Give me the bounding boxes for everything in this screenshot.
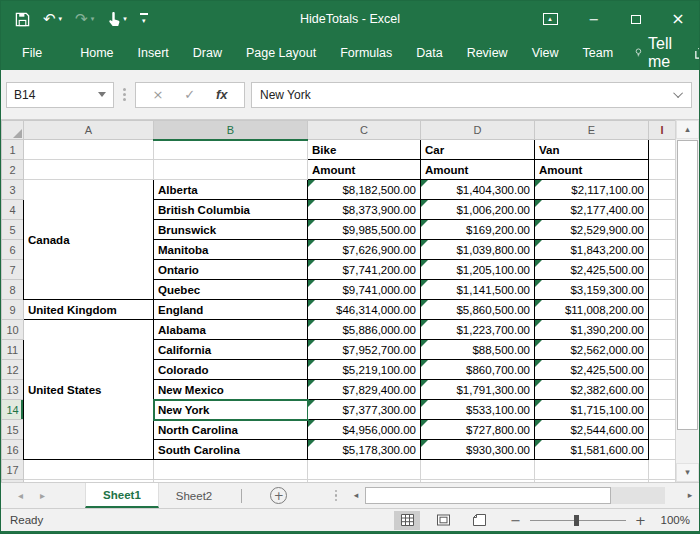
region-cell[interactable]: British Columbia — [154, 200, 308, 220]
amount-cell[interactable]: $2,529,900.00 — [535, 220, 649, 240]
confirm-entry-button[interactable]: ✓ — [184, 88, 195, 101]
vertical-scrollbar-track[interactable] — [676, 430, 699, 463]
amount-cell[interactable]: $1,205,100.00 — [421, 260, 535, 280]
cell-c17[interactable] — [308, 460, 421, 480]
row-header[interactable]: 16 — [2, 440, 24, 460]
cell-i[interactable] — [649, 180, 676, 200]
cell-i[interactable] — [649, 360, 676, 380]
region-cell[interactable]: England — [154, 300, 308, 320]
cell-i17[interactable] — [649, 460, 676, 480]
amount-cell[interactable]: $930,300.00 — [421, 440, 535, 460]
column-header-i[interactable]: I — [649, 121, 676, 140]
column-header-e[interactable]: E — [535, 121, 649, 140]
amount-cell[interactable]: $1,223,700.00 — [421, 320, 535, 340]
zoom-out-button[interactable]: − — [510, 514, 521, 527]
zoom-in-button[interactable]: + — [635, 514, 646, 527]
page-break-preview-button[interactable] — [466, 511, 492, 530]
scroll-left-button[interactable]: ◂ — [347, 483, 365, 508]
previous-sheet-button[interactable]: ◂ — [18, 491, 23, 501]
save-button[interactable] — [15, 12, 30, 27]
scroll-up-button[interactable]: ▴ — [676, 120, 699, 139]
cell-i[interactable] — [649, 440, 676, 460]
region-cell[interactable]: Manitoba — [154, 240, 308, 260]
tab-view[interactable]: View — [520, 39, 571, 67]
expand-formula-bar-icon[interactable] — [673, 88, 683, 98]
ribbon-display-options-button[interactable]: ▴ — [527, 1, 573, 37]
amount-cell[interactable]: $2,425,500.00 — [535, 260, 649, 280]
row-header[interactable]: 3 — [2, 180, 24, 200]
cell-i[interactable] — [649, 280, 676, 300]
cell-i2[interactable] — [649, 160, 676, 180]
amount-cell[interactable]: $2,562,000.00 — [535, 340, 649, 360]
amount-cell[interactable]: $1,141,500.00 — [421, 280, 535, 300]
row-header[interactable]: 5 — [2, 220, 24, 240]
cell-i[interactable] — [649, 320, 676, 340]
amount-cell[interactable]: $169,200.00 — [421, 220, 535, 240]
tab-team[interactable]: Team — [571, 39, 626, 67]
column-header-a[interactable]: A — [24, 121, 154, 140]
zoom-slider-thumb[interactable] — [574, 515, 579, 526]
sheet-tab-sheet1[interactable]: Sheet1 — [85, 483, 159, 508]
name-box-dropdown-icon[interactable] — [98, 92, 106, 97]
scroll-right-button[interactable]: ▸ — [681, 483, 699, 508]
tab-home[interactable]: Home — [68, 39, 125, 67]
amount-cell[interactable]: $1,404,300.00 — [421, 180, 535, 200]
amount-cell[interactable]: $4,956,000.00 — [308, 420, 421, 440]
customize-quick-access-toolbar-button[interactable]: ▾ — [140, 13, 148, 25]
amount-cell[interactable]: $5,886,000.00 — [308, 320, 421, 340]
row-header[interactable]: 11 — [2, 340, 24, 360]
amount-cell[interactable]: $7,952,700.00 — [308, 340, 421, 360]
cell-a17[interactable] — [24, 460, 154, 480]
region-cell[interactable]: South Carolina — [154, 440, 308, 460]
close-button[interactable]: × — [657, 1, 699, 37]
redo-button[interactable]: ↷ ▾ — [75, 12, 94, 27]
page-layout-view-button[interactable] — [430, 511, 456, 530]
region-cell[interactable]: California — [154, 340, 308, 360]
scroll-down-button[interactable]: ▾ — [676, 463, 699, 482]
cell-i[interactable] — [649, 240, 676, 260]
row-header[interactable]: 12 — [2, 360, 24, 380]
row-header[interactable]: 6 — [2, 240, 24, 260]
vertical-scrollbar[interactable]: ▴ ▾ — [675, 120, 699, 482]
touch-mode-dropdown-caret-icon[interactable]: ▾ — [123, 16, 127, 23]
cell-i[interactable] — [649, 380, 676, 400]
undo-button[interactable]: ↶ ▾ — [43, 12, 62, 27]
region-cell[interactable]: Brunswick — [154, 220, 308, 240]
amount-cell[interactable]: $11,008,200.00 — [535, 300, 649, 320]
tab-formulas[interactable]: Formulas — [328, 39, 404, 67]
row-header[interactable]: 13 — [2, 380, 24, 400]
zoom-slider[interactable] — [530, 520, 626, 521]
amount-cell[interactable]: $1,390,200.00 — [535, 320, 649, 340]
cell-b17[interactable] — [154, 460, 308, 480]
region-cell[interactable]: Alberta — [154, 180, 308, 200]
cell-e2-amount[interactable]: Amount — [535, 160, 649, 180]
region-cell[interactable]: New Mexico — [154, 380, 308, 400]
formula-bar-resize-handle[interactable] — [114, 88, 135, 101]
amount-cell[interactable]: $7,626,900.00 — [308, 240, 421, 260]
cell-d17[interactable] — [421, 460, 535, 480]
selected-cell-b14[interactable]: New York — [154, 400, 308, 420]
cell-b2[interactable] — [154, 160, 308, 180]
region-cell[interactable]: North Carolina — [154, 420, 308, 440]
region-cell[interactable]: Alabama — [154, 320, 308, 340]
column-header-b-selected[interactable]: B — [154, 121, 308, 140]
amount-cell[interactable]: $7,741,200.00 — [308, 260, 421, 280]
cell-a2[interactable] — [24, 160, 154, 180]
region-cell[interactable]: Quebec — [154, 280, 308, 300]
maximize-button[interactable] — [615, 1, 657, 37]
amount-cell[interactable]: $727,800.00 — [421, 420, 535, 440]
tab-file[interactable]: File — [10, 39, 54, 67]
row-header[interactable]: 8 — [2, 280, 24, 300]
amount-cell[interactable]: $46,314,000.00 — [308, 300, 421, 320]
tab-review[interactable]: Review — [455, 39, 520, 67]
minimize-button[interactable]: − — [573, 1, 615, 37]
amount-cell[interactable]: $8,182,500.00 — [308, 180, 421, 200]
amount-cell[interactable]: $5,178,300.00 — [308, 440, 421, 460]
row-header-2[interactable]: 2 — [2, 160, 24, 180]
amount-cell[interactable]: $1,843,200.00 — [535, 240, 649, 260]
cell-e1-van[interactable]: Van — [535, 140, 649, 160]
column-header-d[interactable]: D — [421, 121, 535, 140]
sheet-tab-sheet2[interactable]: Sheet2 — [159, 483, 229, 508]
insert-function-button[interactable]: fx — [216, 87, 228, 102]
row-header-1[interactable]: 1 — [2, 140, 24, 160]
